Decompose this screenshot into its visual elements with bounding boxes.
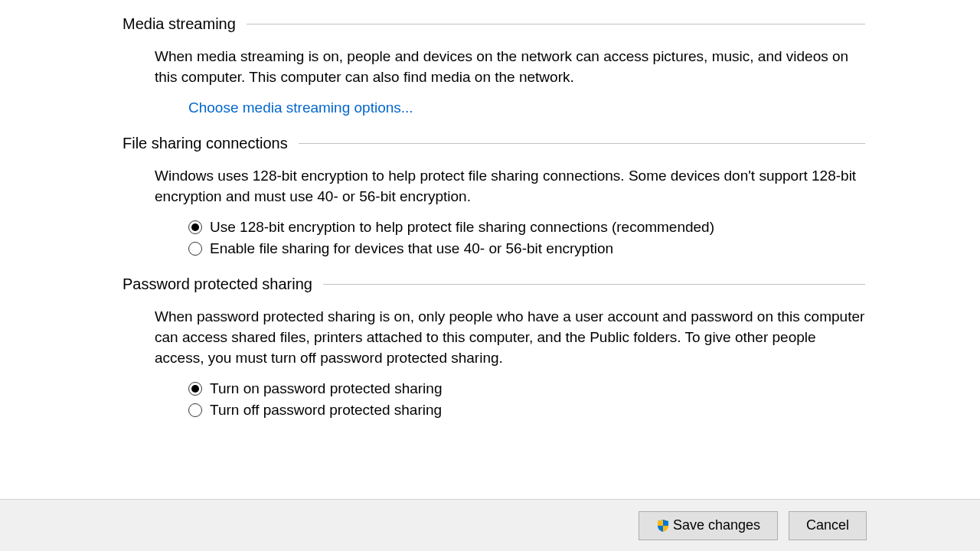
media-streaming-description: When media streaming is on, people and d…: [155, 47, 865, 87]
radio-icon: [188, 242, 202, 256]
cancel-button-label: Cancel: [806, 517, 849, 533]
section-media-streaming: Media streaming When media streaming is …: [122, 15, 865, 116]
radio-icon: [188, 382, 202, 396]
radio-label: Enable file sharing for devices that use…: [210, 240, 613, 257]
divider: [323, 284, 865, 285]
cancel-button[interactable]: Cancel: [789, 511, 867, 540]
save-button-label: Save changes: [673, 517, 760, 533]
radio-icon: [188, 220, 202, 234]
section-title-media: Media streaming: [122, 15, 247, 33]
radio-label: Turn on password protected sharing: [210, 380, 442, 397]
uac-shield-icon: [656, 519, 670, 533]
section-title-file-sharing: File sharing connections: [122, 135, 299, 152]
save-changes-button[interactable]: Save changes: [639, 511, 778, 540]
radio-label: Use 128-bit encryption to help protect f…: [210, 219, 714, 236]
radio-password-on[interactable]: Turn on password protected sharing: [188, 380, 865, 397]
radio-icon: [188, 403, 202, 417]
divider: [247, 24, 865, 24]
radio-label: Turn off password protected sharing: [210, 402, 442, 419]
radio-128bit-encryption[interactable]: Use 128-bit encryption to help protect f…: [188, 219, 865, 236]
divider: [299, 143, 865, 144]
file-sharing-description: Windows uses 128-bit encryption to help …: [155, 166, 865, 207]
footer-bar: Save changes Cancel: [0, 499, 980, 551]
section-file-sharing: File sharing connections Windows uses 12…: [122, 135, 865, 257]
choose-media-streaming-link[interactable]: Choose media streaming options...: [188, 99, 413, 116]
radio-password-off[interactable]: Turn off password protected sharing: [188, 402, 865, 419]
section-title-password: Password protected sharing: [122, 276, 323, 293]
radio-40-56bit-encryption[interactable]: Enable file sharing for devices that use…: [188, 240, 865, 257]
password-sharing-description: When password protected sharing is on, o…: [155, 307, 865, 368]
section-password-sharing: Password protected sharing When password…: [122, 276, 865, 419]
